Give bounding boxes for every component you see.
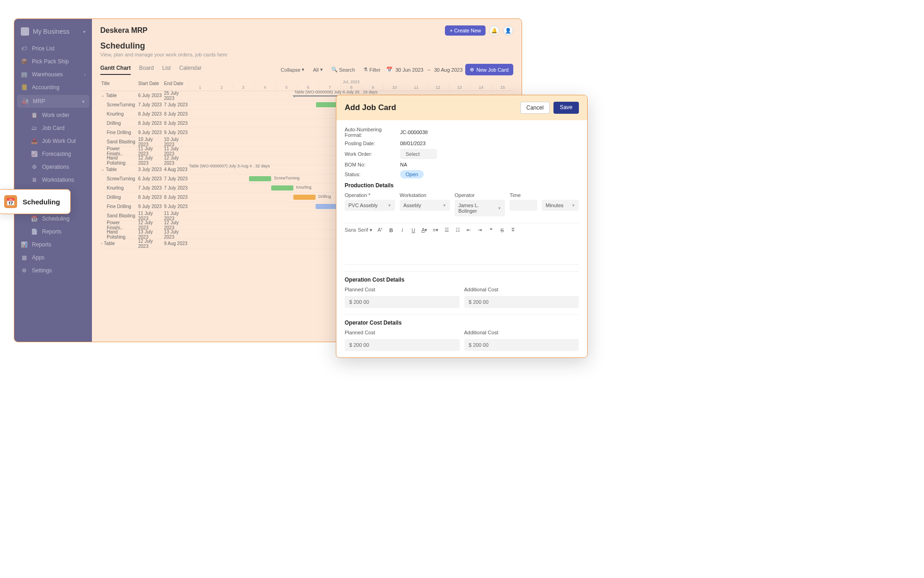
quote-icon[interactable]: ❝ (488, 227, 494, 233)
additional-cost-label: Additional Cost (464, 287, 579, 292)
modal-header: Add Job Card Cancel Save (336, 95, 587, 120)
gantt-bar[interactable] (271, 185, 293, 191)
gantt-bar[interactable] (316, 204, 338, 209)
font-select[interactable]: Sans Serif ▾ (345, 227, 372, 233)
underline-icon[interactable]: U (410, 228, 417, 233)
time-unit-select[interactable]: Minutes▼ (542, 200, 579, 211)
nav-work-order[interactable]: 📋Work order (14, 109, 92, 122)
cancel-button[interactable]: Cancel (520, 102, 549, 114)
time-input[interactable] (510, 200, 537, 211)
tick: 4 (254, 84, 275, 91)
indent-icon[interactable]: ⇥ (477, 227, 483, 233)
create-new-button[interactable]: + Create New (445, 25, 486, 36)
tab-calendar[interactable]: Calendar (179, 65, 202, 75)
nav-reports-mrp[interactable]: 📄Reports (14, 225, 92, 238)
chevron-down-icon: ▼ (388, 203, 391, 208)
box-icon: 📦 (21, 58, 27, 65)
workstation-select[interactable]: Assebly▼ (400, 200, 450, 211)
planned-cost-label-2: Planned Cost (345, 330, 460, 335)
timeline-header: Jul, 2023 123456789101112131415 (189, 79, 513, 91)
col-start: Start Date (137, 79, 163, 91)
nav-workstations[interactable]: 🖥Workstations (14, 173, 92, 186)
nav-reports[interactable]: 📊Reports (14, 238, 92, 251)
text-color-icon[interactable]: A▾ (421, 227, 428, 233)
bom-value: NA (400, 162, 407, 167)
view-tabs: Gantt Chart Board List Calendar (100, 65, 201, 75)
warehouse-icon: 🏢 (21, 71, 27, 78)
collapse-button[interactable]: Collapse▾ (278, 65, 308, 74)
gantt-bar[interactable] (316, 102, 338, 107)
operator-additional-cost-input[interactable]: $ 200 00 (464, 339, 579, 351)
nav-forecasting[interactable]: 📈Forecasting (14, 148, 92, 160)
nav-accounting[interactable]: 📒Accounting (14, 81, 92, 94)
bold-icon[interactable]: B (388, 228, 395, 233)
workorder-select[interactable]: Select (400, 149, 437, 159)
autonum-value: JC-0000038 (400, 129, 428, 135)
toolbar: Gantt Chart Board List Calendar Collapse… (100, 64, 513, 75)
workstation-label: Workstation (400, 192, 450, 198)
search-button[interactable]: 🔍Search (328, 65, 358, 74)
font-size-icon[interactable]: Aᵀ (377, 227, 383, 233)
filter-all[interactable]: All▾ (310, 65, 325, 74)
caret-down-icon: ⌄ (101, 93, 104, 98)
ordered-list-icon[interactable]: ☰ (444, 227, 450, 233)
additional-cost-input[interactable]: $ 200 00 (464, 296, 579, 308)
unordered-list-icon[interactable]: ☷ (455, 227, 461, 233)
nav-job-card[interactable]: 🗂Job Card (14, 122, 92, 135)
filter-icon: ⚗ (363, 67, 368, 73)
operator-select[interactable]: James L. Bolinger▼ (455, 200, 505, 216)
arrow-right-icon: → (426, 67, 432, 73)
planned-cost-input[interactable]: $ 200 00 (345, 296, 460, 308)
gantt-bar[interactable] (293, 195, 316, 200)
nav-settings[interactable]: ⚙Settings (14, 264, 92, 277)
tag-icon: 🏷 (21, 45, 27, 52)
brand[interactable]: My Business ▾ (14, 24, 92, 42)
nav-operations[interactable]: ⚙Operations (14, 160, 92, 173)
strikethrough-icon[interactable]: S (499, 228, 505, 233)
chevron-down-icon: ▼ (571, 203, 575, 208)
nav-mrp[interactable]: 🏭MRP▾ (17, 95, 89, 108)
save-button[interactable]: Save (553, 102, 579, 114)
nav-price-list[interactable]: 🏷Price List (14, 42, 92, 55)
tab-board[interactable]: Board (139, 65, 154, 75)
gear-icon: ⚙ (31, 164, 37, 170)
operator-planned-cost-input[interactable]: $ 200 00 (345, 339, 460, 351)
operation-select[interactable]: PVC Assebly▼ (345, 200, 395, 211)
caret-right-icon: › (101, 241, 103, 246)
tab-list[interactable]: List (162, 65, 171, 75)
plus-icon: ⊕ (470, 67, 474, 73)
rte-body[interactable] (345, 233, 579, 261)
nav-scheduling[interactable]: 📆Scheduling (14, 212, 92, 225)
chevron-down-icon: ▾ (320, 67, 323, 73)
nav-apps[interactable]: ▦Apps (14, 251, 92, 264)
tick: 10 (383, 84, 405, 91)
chevron-down-icon: ▾ (302, 67, 304, 73)
notifications-icon[interactable]: 🔔 (489, 25, 499, 36)
italic-icon[interactable]: I (399, 228, 406, 233)
avatar[interactable]: 👤 (503, 25, 513, 36)
nav-warehouses[interactable]: 🏢Warehouses› (14, 68, 92, 81)
date-range[interactable]: 📅 30 Jun 2023 → 30 Aug 2023 (386, 67, 462, 73)
chevron-down-icon: ▾ (83, 29, 85, 34)
apps-icon: ▦ (21, 254, 27, 261)
schedule-icon: 📆 (31, 215, 37, 222)
nav-pick-pack[interactable]: 📦Pick Pack Ship (14, 55, 92, 68)
tick: 5 (275, 84, 297, 91)
search-icon: 🔍 (331, 67, 338, 73)
gantt-bar[interactable] (249, 176, 271, 181)
report-icon: 📄 (31, 228, 37, 235)
outdent-icon[interactable]: ⇤ (466, 227, 472, 233)
chart-icon: 📈 (31, 151, 37, 157)
tab-gantt[interactable]: Gantt Chart (100, 65, 131, 75)
tick: 11 (405, 84, 427, 91)
tick: 15 (492, 84, 513, 91)
chevron-down-icon: ▼ (443, 203, 446, 208)
nav-job-work-out[interactable]: 📤Job Work Out (14, 135, 92, 148)
align-icon[interactable]: ≡▾ (432, 227, 439, 233)
clear-format-icon[interactable]: T̶ (510, 227, 517, 233)
modal-body: Auto-Numbering Format:JC-0000038 Posting… (336, 120, 587, 357)
operator-label: Operator (455, 192, 505, 198)
new-job-card-button[interactable]: ⊕New Job Card (465, 64, 513, 75)
operation-label: Operation * (345, 192, 395, 198)
filter-button[interactable]: ⚗Filter (360, 65, 383, 74)
